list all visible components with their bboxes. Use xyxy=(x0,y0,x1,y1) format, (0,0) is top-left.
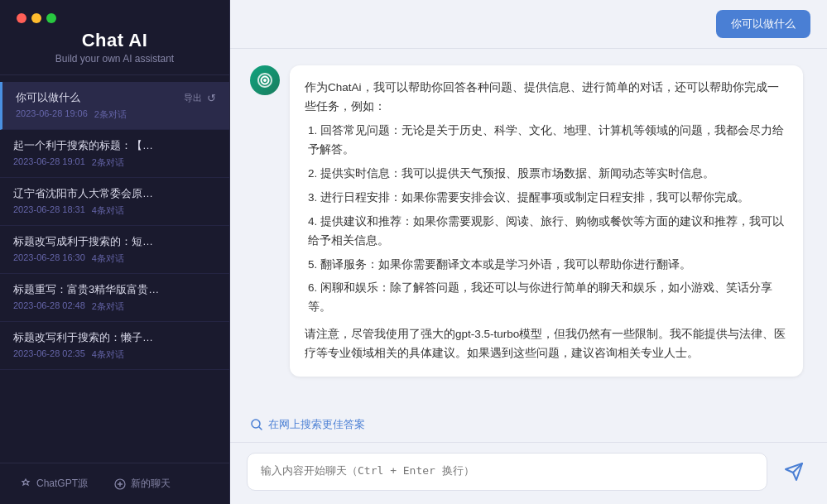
message-notice: 请注意，尽管我使用了强大的gpt-3.5-turbo模型，但我仍然有一些限制。我… xyxy=(305,325,788,363)
main-content: 你可以做什么 作为ChatAi，我可以帮助你回答各种问题、提供信息、进行简单的对… xyxy=(230,0,827,504)
export-label[interactable]: 导出 xyxy=(184,92,202,104)
chat-item-count: 2条对话 xyxy=(92,156,124,169)
message-item-4: 4. 提供建议和推荐：如果你需要观影、阅读、旅行、购物或餐饮等方面的建议和推荐，… xyxy=(305,213,788,251)
main-header: 你可以做什么 xyxy=(230,0,827,49)
chat-item-title: 标题改写利于搜索的：懒子卡五... xyxy=(13,330,162,345)
message-item-5: 5. 翻译服务：如果你需要翻译文本或是学习外语，我可以帮助你进行翻译。 xyxy=(305,256,788,275)
message-row: 作为ChatAi，我可以帮助你回答各种问题、提供信息、进行简单的对话，还可以帮助… xyxy=(250,65,807,377)
chat-item-count: 4条对话 xyxy=(92,348,124,361)
chat-item[interactable]: 标题重写：富贵3精华版富贵电... 2023-06-28 02:48 2条对话 xyxy=(0,274,229,322)
chat-item-meta: 2023-06-28 19:06 2条对话 xyxy=(16,108,216,121)
refresh-icon[interactable]: ↺ xyxy=(207,92,216,104)
message-intro: 作为ChatAi，我可以帮助你回答各种问题、提供信息、进行简单的对话，还可以帮助… xyxy=(305,79,788,117)
chat-item[interactable]: 辽宁省沈阳市人大常委会原党组... 2023-06-28 18:31 4条对话 xyxy=(0,178,229,226)
chat-list: 你可以做什么 导出 ↺ 2023-06-28 19:06 2条对话 起一个利于搜… xyxy=(0,75,229,463)
traffic-light-red[interactable] xyxy=(17,13,26,23)
chat-item-date: 2023-06-28 19:06 xyxy=(16,108,88,121)
send-button[interactable] xyxy=(777,455,810,488)
search-icon xyxy=(250,418,263,431)
chat-item-title: 辽宁省沈阳市人大常委会原党组... xyxy=(13,186,162,201)
chat-input[interactable] xyxy=(247,453,767,491)
traffic-lights xyxy=(17,13,56,23)
chat-item[interactable]: 你可以做什么 导出 ↺ 2023-06-28 19:06 2条对话 xyxy=(0,82,229,130)
chat-item-title: 标题重写：富贵3精华版富贵电... xyxy=(13,282,162,297)
message-bubble: 作为ChatAi，我可以帮助你回答各种问题、提供信息、进行简单的对话，还可以帮助… xyxy=(290,65,803,377)
chat-item-title: 起一个利于搜索的标题：【实战... xyxy=(13,138,162,153)
app-title: Chat AI xyxy=(82,30,148,51)
chat-item-meta: 2023-06-28 19:01 2条对话 xyxy=(13,156,216,169)
chat-messages: 作为ChatAi，我可以帮助你回答各种问题、提供信息、进行简单的对话，还可以帮助… xyxy=(230,49,827,410)
traffic-light-yellow[interactable] xyxy=(31,13,41,23)
search-hint[interactable]: 在网上搜索更佳答案 xyxy=(230,410,827,442)
chat-item-date: 2023-06-28 16:30 xyxy=(13,252,85,265)
plus-icon xyxy=(114,478,126,490)
svg-point-3 xyxy=(263,79,267,82)
chat-item-meta: 2023-06-28 02:48 2条对话 xyxy=(13,300,216,313)
send-icon xyxy=(784,462,804,482)
chat-item-meta: 2023-06-28 18:31 4条对话 xyxy=(13,204,216,217)
app-subtitle: Build your own AI assistant xyxy=(55,53,174,65)
sidebar-header: Chat AI Build your own AI assistant xyxy=(0,0,229,75)
what-can-you-do-button[interactable]: 你可以做什么 xyxy=(716,10,810,38)
chat-item-count: 4条对话 xyxy=(92,252,124,265)
sidebar-footer: ChatGPT源 新的聊天 xyxy=(0,463,229,504)
chat-item-meta: 2023-06-28 16:30 4条对话 xyxy=(13,252,216,265)
traffic-light-green[interactable] xyxy=(46,13,56,23)
chat-item[interactable]: 标题改写利于搜索的：懒子卡五... 2023-06-28 02:35 4条对话 xyxy=(0,322,229,370)
chat-item-date: 2023-06-28 19:01 xyxy=(13,156,85,169)
chat-item-count: 2条对话 xyxy=(92,300,124,313)
svg-line-5 xyxy=(259,427,262,430)
message-item-6: 6. 闲聊和娱乐：除了解答问题，我还可以与你进行简单的聊天和娱乐，如小游戏、笑话… xyxy=(305,279,788,317)
chat-item-date: 2023-06-28 02:35 xyxy=(13,348,85,361)
sidebar: Chat AI Build your own AI assistant 你可以做… xyxy=(0,0,230,504)
chat-item-date: 2023-06-28 02:48 xyxy=(13,300,85,313)
new-chat-button[interactable]: 新的聊天 xyxy=(108,473,177,494)
chat-item-count: 2条对话 xyxy=(94,108,127,121)
chat-item-meta: 2023-06-28 02:35 4条对话 xyxy=(13,348,216,361)
chat-item-title: 你可以做什么 xyxy=(16,90,80,105)
chat-item[interactable]: 标题改写成利于搜索的：短视频... 2023-06-28 16:30 4条对话 xyxy=(0,226,229,274)
message-item-2: 2. 提供实时信息：我可以提供天气预报、股票市场数据、新闻动态等实时信息。 xyxy=(305,165,788,184)
chat-item-count: 4条对话 xyxy=(92,204,124,217)
chatgpt-source-button[interactable]: ChatGPT源 xyxy=(13,473,94,494)
chat-item-actions: 导出 ↺ xyxy=(184,92,216,104)
chat-input-area xyxy=(230,442,827,504)
chat-item[interactable]: 起一个利于搜索的标题：【实战... 2023-06-28 19:01 2条对话 xyxy=(0,130,229,178)
chat-item-title: 标题改写成利于搜索的：短视频... xyxy=(13,234,162,249)
message-item-1: 1. 回答常见问题：无论是关于历史、科学、文化、地理、计算机等领域的问题，我都会… xyxy=(305,122,788,160)
chatgpt-source-label: ChatGPT源 xyxy=(36,477,88,491)
chat-item-date: 2023-06-28 18:31 xyxy=(13,204,85,217)
message-item-3: 3. 进行日程安排：如果你需要安排会议、提醒事项或制定日程安排，我可以帮你完成。 xyxy=(305,189,788,208)
new-chat-label: 新的聊天 xyxy=(131,477,171,491)
ai-avatar xyxy=(250,65,280,95)
search-hint-text: 在网上搜索更佳答案 xyxy=(268,417,365,432)
settings-icon xyxy=(20,478,31,490)
